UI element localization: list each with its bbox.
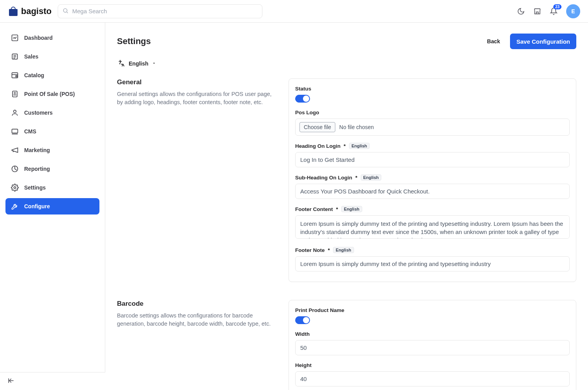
catalog-icon: [11, 71, 19, 79]
status-toggle[interactable]: [295, 95, 310, 103]
main-content: Settings Back Save Configuration English…: [105, 23, 588, 390]
sidebar-item-settings[interactable]: Settings: [5, 179, 99, 196]
customers-icon: [11, 109, 19, 117]
search-input[interactable]: [58, 4, 262, 18]
pos-logo-file[interactable]: Choose file No file chosen: [295, 119, 570, 136]
svg-rect-9: [16, 76, 17, 77]
footer-note-input[interactable]: [295, 256, 570, 271]
sidebar-item-pos[interactable]: Point Of Sale (POS): [5, 86, 99, 102]
pos-icon: [11, 90, 19, 98]
general-desc: General settings allows the configuratio…: [117, 90, 273, 106]
reporting-icon: [11, 165, 19, 173]
brand-logo-icon: [8, 7, 19, 16]
sidebar-item-label: Reporting: [24, 166, 50, 172]
translate-icon: [117, 58, 126, 68]
general-heading: General: [117, 78, 273, 86]
sidebar-item-reporting[interactable]: Reporting: [5, 161, 99, 177]
barcode-heading: Barcode: [117, 300, 273, 308]
heading-on-login-label: Heading On Login: [295, 143, 340, 149]
status-label: Status: [295, 86, 570, 92]
brand-logo[interactable]: bagisto: [8, 6, 51, 16]
svg-point-16: [14, 110, 16, 113]
dashboard-icon: [11, 34, 19, 42]
notifications-badge: 23: [553, 4, 561, 9]
chevron-down-icon: [152, 60, 156, 67]
language-label: English: [129, 60, 149, 67]
svg-point-15: [16, 95, 16, 95]
svg-point-20: [14, 187, 16, 189]
dark-mode-icon[interactable]: [517, 7, 525, 15]
language-selector[interactable]: English: [117, 58, 576, 68]
svg-rect-17: [12, 129, 18, 133]
svg-point-0: [64, 9, 67, 12]
sidebar-item-label: CMS: [24, 128, 36, 135]
page-title: Settings: [117, 36, 151, 46]
sidebar: Dashboard Sales Catalog Point Of Sale (P…: [0, 23, 105, 390]
print-product-name-toggle[interactable]: [295, 316, 310, 324]
barcode-desc: Barcode settings allows the configuratio…: [117, 312, 273, 328]
sales-icon: [11, 53, 19, 60]
footer-note-label: Footer Note: [295, 247, 325, 253]
brand-name: bagisto: [21, 6, 51, 16]
barcode-height-label: Height: [295, 362, 570, 368]
required-marker: *: [344, 143, 345, 149]
lang-tag: English: [341, 206, 362, 212]
search-wrapper: [58, 4, 262, 18]
pos-logo-label: Pos Logo: [295, 110, 570, 115]
barcode-width-input[interactable]: [295, 340, 570, 355]
barcode-card: Print Product Name Width Height: [289, 300, 576, 390]
sidebar-item-label: Catalog: [24, 72, 44, 78]
header: bagisto 23 E: [0, 0, 588, 23]
lang-tag: English: [349, 143, 370, 149]
heading-on-login-input[interactable]: [295, 152, 570, 167]
svg-line-1: [67, 12, 68, 13]
sidebar-item-label: Marketing: [24, 147, 50, 153]
section-barcode: Barcode Barcode settings allows the conf…: [117, 300, 576, 390]
sidebar-item-label: Sales: [24, 53, 39, 60]
header-actions: 23 E: [517, 4, 580, 18]
store-icon[interactable]: [533, 7, 541, 15]
notifications-icon[interactable]: 23: [550, 7, 558, 15]
settings-icon: [11, 184, 19, 191]
sidebar-item-sales[interactable]: Sales: [5, 48, 99, 65]
barcode-width-label: Width: [295, 331, 570, 337]
subheading-on-login-input[interactable]: [295, 184, 570, 199]
svg-point-14: [15, 95, 15, 95]
sidebar-item-customers[interactable]: Customers: [5, 105, 99, 121]
required-marker: *: [355, 175, 357, 181]
sidebar-item-label: Settings: [24, 184, 46, 191]
cms-icon: [11, 128, 19, 135]
sidebar-item-marketing[interactable]: Marketing: [5, 142, 99, 158]
footer-content-textarea[interactable]: [295, 215, 570, 239]
sidebar-collapse-icon[interactable]: [7, 377, 15, 386]
avatar[interactable]: E: [566, 4, 580, 18]
sidebar-item-catalog[interactable]: Catalog: [5, 67, 99, 83]
footer-content-label: Footer Content: [295, 206, 333, 212]
sidebar-item-label: Point Of Sale (POS): [24, 91, 75, 97]
sidebar-item-label: Configure: [24, 203, 50, 209]
marketing-icon: [11, 146, 19, 154]
configure-icon: [11, 202, 19, 210]
file-chosen-text: No file chosen: [339, 124, 374, 130]
section-general: General General settings allows the conf…: [117, 78, 576, 282]
svg-point-13: [14, 95, 14, 95]
print-product-name-label: Print Product Name: [295, 307, 570, 313]
sidebar-item-label: Dashboard: [24, 35, 53, 41]
sidebar-item-dashboard[interactable]: Dashboard: [5, 30, 99, 46]
sidebar-item-configure[interactable]: Configure: [5, 198, 99, 214]
required-marker: *: [336, 206, 338, 212]
choose-file-button[interactable]: Choose file: [299, 122, 335, 132]
back-link[interactable]: Back: [487, 38, 500, 44]
save-configuration-button[interactable]: Save Configuration: [510, 34, 576, 49]
sidebar-item-cms[interactable]: CMS: [5, 123, 99, 140]
required-marker: *: [328, 247, 330, 253]
lang-tag: English: [333, 247, 354, 253]
barcode-height-input[interactable]: [295, 371, 570, 386]
search-icon: [62, 7, 69, 15]
sidebar-item-label: Customers: [24, 110, 53, 116]
general-card: Status Pos Logo Choose file No file chos…: [289, 78, 576, 282]
lang-tag: English: [361, 174, 382, 181]
subheading-on-login-label: Sub-Heading On Login: [295, 175, 352, 181]
sidebar-bottom-bar: [0, 372, 105, 390]
